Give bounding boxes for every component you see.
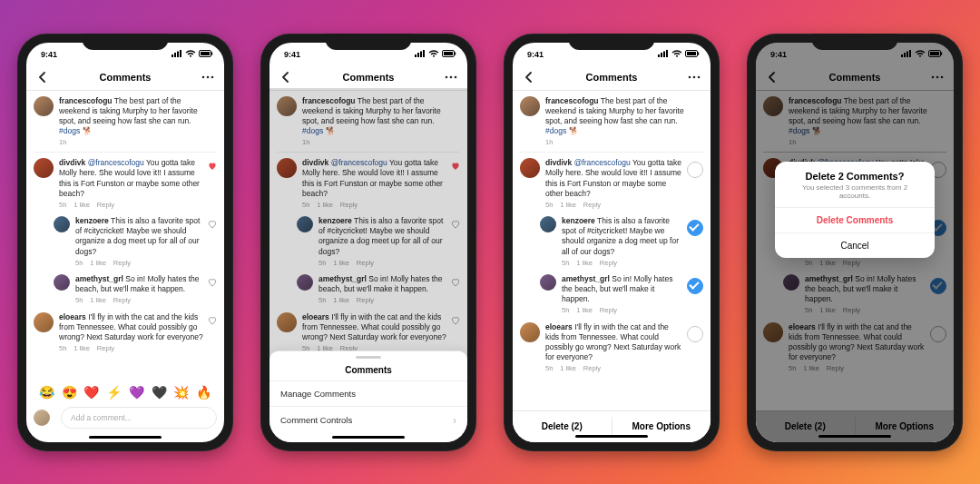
like-count[interactable]: 1 like [90, 259, 106, 267]
more-button[interactable] [928, 68, 946, 86]
comment-row[interactable]: amethyst_grl So in! Molly hates the beac… [513, 269, 710, 317]
more-button[interactable] [442, 68, 460, 86]
emoji-option[interactable]: 😍 [62, 385, 77, 400]
like-count[interactable]: 1 like [74, 201, 90, 209]
reply-button[interactable]: Reply [600, 259, 617, 267]
hashtag[interactable]: #dogs [59, 126, 80, 135]
like-count[interactable]: 1 like [560, 364, 576, 372]
avatar[interactable] [540, 274, 556, 291]
author-name[interactable]: kenzoere [562, 216, 595, 225]
emoji-option[interactable]: ❤️ [83, 385, 99, 400]
avatar[interactable] [763, 96, 783, 116]
like-count[interactable]: 1 like [74, 344, 90, 352]
comment-row[interactable]: kenzoere This is also a favorite spot of… [513, 211, 710, 269]
author-name[interactable]: francescofogu [789, 96, 842, 105]
avatar[interactable] [540, 216, 556, 232]
back-button[interactable] [277, 68, 295, 86]
hashtag[interactable]: #dogs [545, 126, 566, 135]
author-name[interactable]: amethyst_grl [75, 274, 123, 283]
heart-icon[interactable] [208, 220, 217, 229]
avatar[interactable] [34, 312, 54, 332]
author-name[interactable]: eloears [545, 322, 573, 331]
emoji-option[interactable]: 💜 [129, 385, 144, 400]
author-name[interactable]: divdivk [545, 158, 572, 167]
reply-button[interactable]: Reply [600, 306, 617, 314]
back-button[interactable] [34, 68, 52, 86]
reply-button[interactable]: Reply [827, 364, 844, 372]
emoji-option[interactable]: 😂 [39, 385, 54, 400]
avatar[interactable] [54, 216, 70, 232]
avatar[interactable] [783, 274, 799, 291]
emoji-option[interactable]: ⚡ [106, 385, 122, 400]
avatar[interactable] [520, 322, 540, 342]
comment-row[interactable]: eloears I'll fly in with the cat and the… [26, 307, 224, 355]
like-count[interactable]: 1 like [819, 259, 836, 267]
comment-row[interactable]: divdivk @francescofogu You gotta take Mo… [513, 153, 710, 211]
emoji-option[interactable]: 🖤 [152, 385, 167, 400]
comments-feed[interactable]: francescofogu The best part of the weeke… [26, 91, 224, 381]
hashtag[interactable]: #dogs [789, 126, 809, 135]
author-name[interactable]: eloears [789, 322, 816, 331]
back-button[interactable] [763, 68, 781, 86]
more-button[interactable] [685, 68, 703, 86]
home-indicator[interactable] [818, 435, 891, 438]
author-name[interactable]: francescofogu [59, 96, 113, 105]
more-button[interactable] [199, 68, 217, 86]
comment-row[interactable]: eloears I'll fly in with the cat and the… [513, 317, 710, 375]
comment-row[interactable]: kenzoere This is also a favorite spot of… [26, 211, 224, 269]
author-name[interactable]: eloears [59, 312, 86, 321]
author-name[interactable]: kenzoere [75, 216, 109, 225]
reply-button[interactable]: Reply [97, 344, 114, 352]
select-checkbox[interactable] [687, 220, 703, 236]
select-checkbox[interactable] [930, 278, 946, 294]
heart-icon[interactable] [208, 316, 217, 325]
heart-icon[interactable] [208, 162, 217, 171]
emoji-option[interactable]: 🔥 [196, 385, 211, 400]
mention[interactable]: @francescofogu [88, 158, 144, 167]
author-name[interactable]: amethyst_grl [562, 274, 610, 283]
reply-button[interactable]: Reply [843, 259, 860, 267]
select-checkbox[interactable] [687, 326, 703, 342]
alert-cancel-button[interactable]: Cancel [775, 232, 935, 258]
reply-button[interactable]: Reply [113, 296, 131, 304]
reply-button[interactable]: Reply [97, 201, 114, 209]
comment-row[interactable]: amethyst_grl So in! Molly hates the beac… [756, 269, 954, 317]
reply-button[interactable]: Reply [843, 306, 860, 314]
comment-row[interactable]: eloears I'll fly in with the cat and the… [756, 317, 954, 375]
author-name[interactable]: amethyst_grl [805, 274, 853, 283]
heart-icon[interactable] [208, 278, 217, 287]
avatar[interactable] [34, 96, 54, 116]
avatar[interactable] [763, 322, 783, 342]
mention[interactable]: @francescofogu [574, 158, 631, 167]
avatar[interactable] [520, 158, 540, 178]
like-count[interactable]: 1 like [803, 364, 819, 372]
manage-comments-button[interactable]: Manage Comments [270, 380, 467, 406]
author-name[interactable]: francescofogu [545, 96, 599, 105]
comment-controls-button[interactable]: Comment Controls › [270, 406, 467, 434]
reply-button[interactable]: Reply [583, 201, 601, 209]
like-count[interactable]: 1 like [819, 306, 836, 314]
home-indicator[interactable] [575, 435, 648, 438]
comment-input[interactable]: Add a comment... [61, 407, 217, 429]
like-count[interactable]: 1 like [576, 306, 593, 314]
comments-feed[interactable]: francescofogu The best part of the weeke… [513, 91, 710, 442]
home-indicator[interactable] [332, 436, 405, 439]
back-button[interactable] [520, 68, 538, 86]
like-count[interactable]: 1 like [90, 296, 106, 304]
select-checkbox[interactable] [930, 326, 946, 342]
alert-delete-button[interactable]: Delete Comments [775, 207, 935, 232]
reply-button[interactable]: Reply [113, 259, 131, 267]
avatar[interactable] [54, 274, 70, 291]
emoji-option[interactable]: 💥 [173, 385, 189, 400]
like-count[interactable]: 1 like [560, 201, 576, 209]
select-checkbox[interactable] [687, 278, 703, 294]
avatar[interactable] [520, 96, 540, 116]
sheet-grabber[interactable] [356, 356, 381, 359]
like-count[interactable]: 1 like [576, 259, 593, 267]
home-indicator[interactable] [89, 436, 162, 439]
author-name[interactable]: divdivk [59, 158, 85, 167]
reply-button[interactable]: Reply [583, 364, 601, 372]
comment-row[interactable]: amethyst_grl So in! Molly hates the beac… [26, 269, 224, 307]
avatar[interactable] [34, 158, 54, 178]
comment-row[interactable]: divdivk @francescofogu You gotta take Mo… [26, 153, 224, 211]
